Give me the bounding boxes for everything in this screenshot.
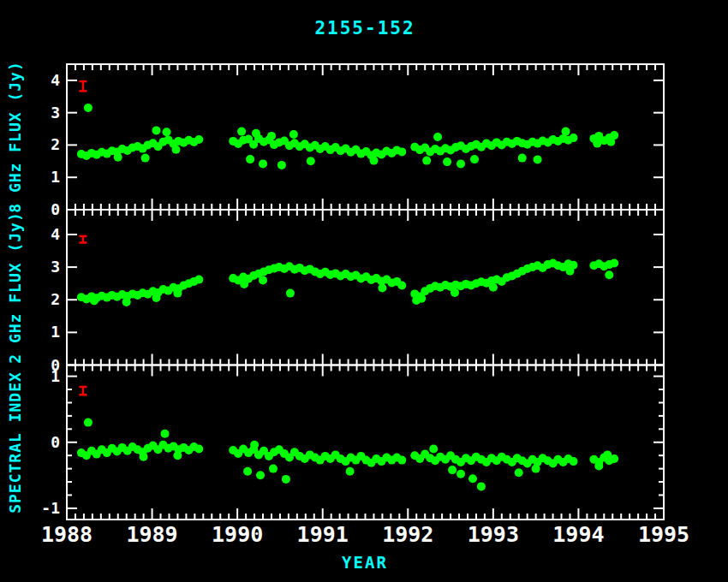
data-point xyxy=(256,471,265,479)
data-point xyxy=(307,157,315,165)
data-point xyxy=(237,128,246,136)
data-point xyxy=(451,288,459,297)
data-point xyxy=(456,470,465,478)
y-tick-label: 4 xyxy=(51,71,60,89)
y-tick-label: 3 xyxy=(51,104,60,122)
data-point xyxy=(570,134,578,142)
data-point xyxy=(515,468,523,477)
data-point xyxy=(152,126,161,134)
x-tick-label: 1992 xyxy=(382,522,433,547)
y-tick-label: 0 xyxy=(51,433,60,451)
data-point xyxy=(250,441,259,449)
data-point xyxy=(534,155,542,163)
data-point xyxy=(378,284,386,293)
data-point xyxy=(259,159,267,168)
data-point xyxy=(172,146,181,154)
data-point xyxy=(194,276,203,284)
data-point xyxy=(594,462,603,471)
data-point xyxy=(267,132,276,140)
flux-monitoring-plot: 2155-152 8 GHz FLUX (Jy) 2 GHz FLUX (Jy)… xyxy=(0,0,728,582)
data-point xyxy=(259,276,267,284)
y-axis-label-2ghz: 2 GHz FLUX (Jy) xyxy=(6,211,24,364)
data-point xyxy=(532,465,540,473)
data-point xyxy=(417,294,426,303)
data-point xyxy=(605,270,613,279)
data-point xyxy=(141,154,150,163)
x-axis-label: YEAR xyxy=(342,553,388,572)
data-point xyxy=(194,445,203,454)
data-point xyxy=(610,259,618,268)
y-tick-label: 1 xyxy=(51,323,60,341)
y-tick-label: 2 xyxy=(51,135,60,153)
data-point xyxy=(433,133,442,141)
data-point xyxy=(397,147,406,156)
y-tick-label: 3 xyxy=(51,258,60,276)
y-tick-label: 2 xyxy=(51,290,60,308)
data-point xyxy=(289,130,298,139)
data-point xyxy=(114,153,122,162)
data-point xyxy=(562,128,570,136)
data-point xyxy=(163,128,171,136)
y-tick-label: 0 xyxy=(51,200,60,218)
data-point xyxy=(593,140,601,148)
x-tick-label: 1995 xyxy=(638,522,689,547)
data-point xyxy=(194,135,203,144)
x-tick-label: 1989 xyxy=(126,522,177,547)
data-point xyxy=(282,475,290,484)
data-point xyxy=(173,289,182,298)
data-point xyxy=(122,298,131,306)
data-point xyxy=(277,161,286,169)
x-tick-label: 1991 xyxy=(297,522,349,547)
y-tick-label: 1 xyxy=(51,367,60,385)
x-tick-label: 1990 xyxy=(212,522,263,547)
data-point xyxy=(173,451,182,460)
x-tick-label: 1993 xyxy=(468,522,519,547)
y-tick-label: -1 xyxy=(41,499,60,517)
data-point xyxy=(518,154,527,163)
data-point xyxy=(243,467,252,476)
data-point xyxy=(84,419,92,427)
data-point xyxy=(370,157,379,165)
data-point xyxy=(286,289,295,298)
plot-title: 2155-152 xyxy=(314,18,415,39)
data-point xyxy=(397,282,406,290)
x-tick-label: 1994 xyxy=(552,522,604,547)
data-point xyxy=(470,155,479,163)
plot-background xyxy=(0,0,728,582)
y-tick-label: 4 xyxy=(51,225,60,243)
data-point xyxy=(429,445,438,454)
data-point xyxy=(269,465,277,473)
data-point xyxy=(477,482,486,490)
data-point xyxy=(152,294,161,302)
y-tick-label: 1 xyxy=(51,168,60,186)
data-point xyxy=(456,159,465,168)
data-point xyxy=(252,129,260,138)
data-point xyxy=(246,155,254,163)
data-point xyxy=(90,296,98,305)
data-point xyxy=(603,450,612,459)
data-point xyxy=(422,157,431,165)
y-axis-label-spectral-index: SPECTRAL INDEX xyxy=(6,371,24,514)
data-point xyxy=(140,453,148,461)
data-point xyxy=(397,456,406,465)
x-tick-label: 1988 xyxy=(41,522,92,547)
data-point xyxy=(346,467,355,476)
data-point xyxy=(161,430,170,438)
data-point xyxy=(606,138,615,146)
data-point xyxy=(448,466,456,474)
data-point xyxy=(443,157,451,166)
data-point xyxy=(570,457,578,466)
data-point xyxy=(84,104,92,112)
data-point xyxy=(240,280,248,288)
y-axis-label-8ghz: 8 GHz FLUX (Jy) xyxy=(6,61,24,213)
data-point xyxy=(489,283,498,292)
data-point xyxy=(468,474,477,483)
data-point xyxy=(566,267,575,276)
